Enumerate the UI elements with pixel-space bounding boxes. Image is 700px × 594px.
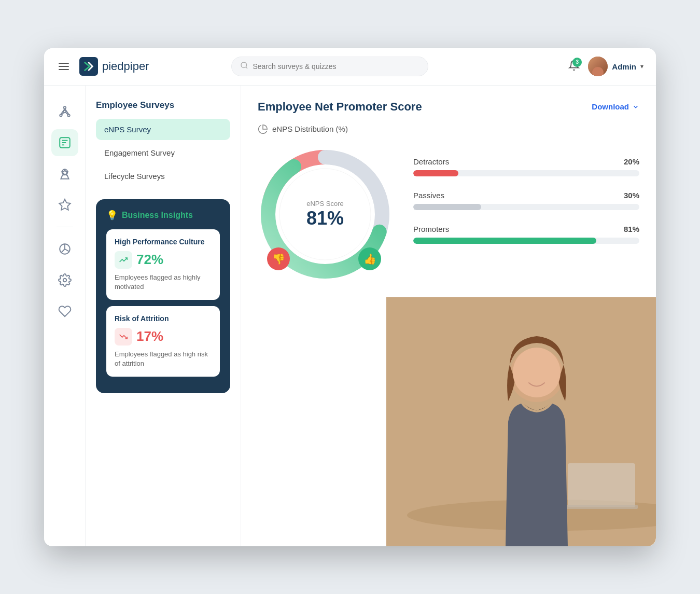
svg-point-4 xyxy=(63,110,65,112)
left-panel-title: Employee Surveys xyxy=(96,100,230,110)
legend-detractors-bar-bg xyxy=(413,170,639,176)
lightbulb-icon: 💡 xyxy=(106,210,118,221)
sidebar-item-network[interactable] xyxy=(51,98,78,125)
metric-title-performance: High Performance Culture xyxy=(115,238,212,246)
right-panel: Employee Net Promoter Score Download eNP… xyxy=(241,86,656,546)
metric-card-attrition: Risk of Attrition 17% Employees flagged … xyxy=(106,306,220,377)
svg-point-20 xyxy=(63,278,66,282)
legend-passives-pct: 30% xyxy=(624,191,639,200)
survey-item-engagement[interactable]: Engagement Survey xyxy=(96,142,230,163)
chevron-down-icon: ▾ xyxy=(640,63,643,70)
notification-button[interactable]: 3 xyxy=(568,60,580,74)
search-input[interactable] xyxy=(253,62,419,71)
legend-promoters-label: Promoters xyxy=(413,225,449,233)
legend-passives-bar-bg xyxy=(413,204,639,210)
legend-detractors-bar-fill xyxy=(413,170,458,176)
main-layout: Employee Surveys eNPS Survey Engagement … xyxy=(44,86,656,546)
chart-row: eNPS Score 81% 👎 👍 Detractors 20% xyxy=(258,147,639,282)
donut-value: 81% xyxy=(306,207,344,229)
left-nav-panel: Employee Surveys eNPS Survey Engagement … xyxy=(86,86,241,546)
insights-header: 💡 Business Insights xyxy=(106,210,220,221)
hamburger-button[interactable] xyxy=(57,61,71,72)
search-bar xyxy=(231,57,428,76)
legend-promoters: Promoters 81% xyxy=(413,225,639,244)
logo-area: piedpiper xyxy=(79,57,149,76)
metric-pct-performance: 72% xyxy=(136,252,163,268)
thumbdown-icon: 👎 xyxy=(267,247,290,270)
sidebar-item-surveys[interactable] xyxy=(51,129,78,156)
panel-header: Employee Net Promoter Score Download xyxy=(258,100,639,114)
donut-label: eNPS Score xyxy=(306,199,344,207)
metric-pct-attrition: 17% xyxy=(136,328,163,344)
enps-dist-label: eNPS Distribution (%) xyxy=(258,124,639,134)
sidebar-item-settings[interactable] xyxy=(51,267,78,294)
avatar xyxy=(588,57,608,76)
insights-title: Business Insights xyxy=(122,211,193,220)
thumbup-icon: 👍 xyxy=(358,247,381,270)
donut-chart: eNPS Score 81% 👎 👍 xyxy=(258,147,393,282)
app-shell: piedpiper 3 xyxy=(44,48,656,546)
trend-down-icon xyxy=(115,328,132,346)
sidebar-item-heart[interactable] xyxy=(51,298,78,325)
metric-card-performance: High Performance Culture 72% Employees f… xyxy=(106,229,220,300)
legend-promoters-bar-fill xyxy=(413,238,596,244)
sidebar-item-awards[interactable] xyxy=(51,160,78,187)
sidebar-icons xyxy=(44,86,86,546)
svg-point-26 xyxy=(513,348,561,397)
download-button[interactable]: Download xyxy=(592,102,639,111)
svg-point-3 xyxy=(67,114,69,116)
search-icon xyxy=(240,61,248,72)
svg-point-0 xyxy=(241,62,247,68)
metric-title-attrition: Risk of Attrition xyxy=(115,314,212,323)
svg-point-22 xyxy=(407,500,656,531)
svg-rect-23 xyxy=(568,463,635,507)
business-insights-card: 💡 Business Insights High Performance Cul… xyxy=(96,199,230,394)
user-menu[interactable]: Admin ▾ xyxy=(588,57,643,76)
legend-detractors-label: Detractors xyxy=(413,157,449,166)
survey-item-lifecycle[interactable]: Lifecycle Surveys xyxy=(96,165,230,187)
nav-right: 3 Admin ▾ xyxy=(568,57,643,76)
svg-point-2 xyxy=(60,114,62,116)
chart-section: Employee Net Promoter Score Download eNP… xyxy=(258,100,639,282)
metric-value-performance: 72% xyxy=(115,251,212,269)
svg-point-25 xyxy=(510,348,564,402)
metric-desc-performance: Employees flagged as highly motivated xyxy=(115,273,212,292)
legend-promoters-bar-bg xyxy=(413,238,639,244)
metric-desc-attrition: Employees flagged as high risk of attrit… xyxy=(115,350,212,368)
logo-icon xyxy=(79,57,98,76)
legend-panel: Detractors 20% Passives 30% xyxy=(413,147,639,244)
svg-line-19 xyxy=(65,249,69,251)
legend-passives-bar-fill xyxy=(413,204,481,210)
user-name: Admin xyxy=(612,62,636,71)
svg-rect-21 xyxy=(386,297,656,546)
legend-passives-label: Passives xyxy=(413,191,444,200)
legend-detractors-pct: 20% xyxy=(624,157,639,166)
sidebar-item-analytics[interactable] xyxy=(51,236,78,263)
topnav: piedpiper 3 xyxy=(44,48,656,86)
survey-item-enps[interactable]: eNPS Survey xyxy=(96,119,230,140)
sidebar-divider xyxy=(57,227,73,227)
legend-promoters-pct: 81% xyxy=(624,225,639,233)
panel-title: Employee Net Promoter Score xyxy=(258,100,422,114)
notification-badge: 3 xyxy=(572,58,582,67)
background-photo xyxy=(386,297,656,546)
logo-text: piedpiper xyxy=(102,60,149,73)
svg-marker-16 xyxy=(59,199,71,210)
svg-rect-24 xyxy=(565,505,638,509)
metric-value-attrition: 17% xyxy=(115,328,212,346)
sidebar-item-favorites[interactable] xyxy=(51,191,78,218)
donut-center: eNPS Score 81% xyxy=(306,199,344,229)
svg-point-1 xyxy=(63,106,65,108)
legend-detractors: Detractors 20% xyxy=(413,157,639,176)
trend-up-icon xyxy=(115,251,132,269)
legend-passives: Passives 30% xyxy=(413,191,639,210)
